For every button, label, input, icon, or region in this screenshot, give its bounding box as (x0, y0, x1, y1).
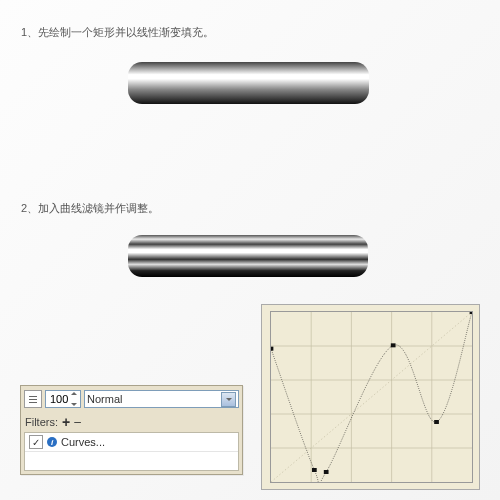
chevron-up-icon[interactable] (71, 392, 77, 395)
panel-menu-icon[interactable] (24, 390, 42, 408)
filter-checkbox[interactable]: ✓ (29, 435, 43, 449)
step-1-text: 1、先绘制一个矩形并以线性渐变填充。 (21, 25, 214, 40)
curve-point[interactable] (271, 347, 273, 351)
curve-point[interactable] (312, 468, 317, 472)
filters-toolbar: Filters: + – (21, 412, 242, 432)
blend-mode-label: Normal (87, 393, 122, 405)
curves-plot-area[interactable] (270, 311, 473, 483)
opacity-stepper[interactable] (45, 390, 81, 408)
opacity-input[interactable] (48, 392, 70, 406)
list-item (25, 452, 238, 470)
svg-rect-0 (29, 396, 37, 397)
curve-point[interactable] (470, 312, 472, 314)
curve-point[interactable] (324, 470, 329, 474)
dropdown-icon[interactable] (221, 392, 236, 407)
filters-label: Filters: (25, 416, 58, 428)
filter-item-curves[interactable]: ✓ i Curves... (25, 433, 238, 452)
svg-rect-1 (29, 399, 37, 400)
add-filter-button[interactable]: + (62, 417, 70, 427)
curve-point[interactable] (434, 420, 439, 424)
blend-mode-select[interactable]: Normal (84, 390, 239, 408)
info-icon[interactable]: i (47, 437, 57, 447)
gradient-bar-after (128, 235, 368, 277)
curves-diagonal (271, 312, 472, 482)
filters-list: ✓ i Curves... (24, 432, 239, 471)
step-2-text: 2、加入曲线滤镜并作调整。 (21, 201, 159, 216)
filters-panel-header: Normal (21, 386, 242, 412)
chevron-down-icon[interactable] (71, 403, 77, 406)
filters-panel: Normal Filters: + – ✓ i Curves... (20, 385, 243, 475)
filter-name: Curves... (61, 436, 105, 448)
remove-filter-button[interactable]: – (74, 415, 81, 429)
svg-rect-2 (29, 402, 37, 403)
curve-point[interactable] (391, 343, 396, 347)
curves-dialog (261, 304, 480, 490)
gradient-bar-before (128, 62, 369, 104)
